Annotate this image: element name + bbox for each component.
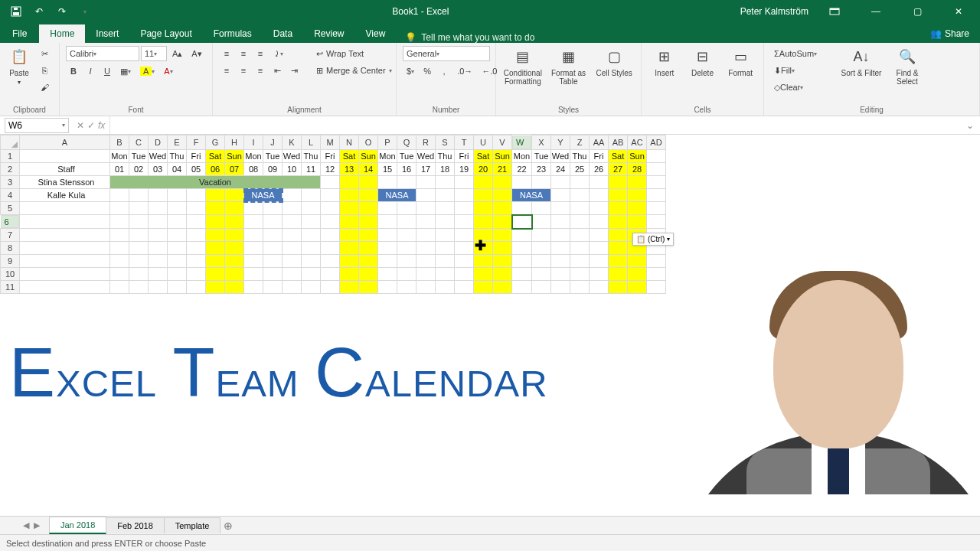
cell[interactable] <box>206 189 225 202</box>
cell[interactable] <box>359 229 378 242</box>
cell[interactable] <box>551 176 570 189</box>
cell[interactable] <box>283 229 302 242</box>
cell[interactable] <box>455 242 474 255</box>
column-header[interactable]: B <box>110 135 129 150</box>
cell[interactable]: 15 <box>378 163 397 176</box>
cell[interactable] <box>225 255 244 268</box>
sheet-nav-prev[interactable]: ◀ <box>23 520 29 530</box>
cell[interactable]: Staff <box>20 163 110 176</box>
row-header[interactable]: 10 <box>1 268 20 281</box>
cell[interactable]: Thu <box>436 150 455 163</box>
cell[interactable] <box>416 202 436 215</box>
cell[interactable]: Mon <box>244 150 263 163</box>
cell[interactable] <box>20 202 110 215</box>
cell[interactable]: Kalle Kula <box>20 189 110 202</box>
cell[interactable] <box>609 215 628 229</box>
cell[interactable] <box>359 268 378 281</box>
bold-button[interactable]: B <box>66 64 81 79</box>
column-header[interactable]: H <box>225 135 244 150</box>
cell[interactable] <box>397 242 416 255</box>
cell[interactable] <box>340 189 359 202</box>
new-sheet-button[interactable]: ⊕ <box>220 520 237 532</box>
cell[interactable]: Wed <box>149 150 168 163</box>
cell[interactable] <box>416 281 436 294</box>
cell[interactable] <box>129 202 149 215</box>
cell[interactable] <box>532 242 551 255</box>
cell[interactable] <box>628 281 647 294</box>
cell[interactable] <box>570 268 590 281</box>
column-header[interactable]: O <box>359 135 378 150</box>
decrease-indent-button[interactable]: ⇤ <box>270 63 285 78</box>
column-header[interactable]: G <box>206 135 225 150</box>
cell[interactable] <box>168 281 187 294</box>
cell[interactable]: 18 <box>436 163 455 176</box>
cell[interactable] <box>225 189 244 202</box>
cell[interactable] <box>416 229 436 242</box>
column-header[interactable]: R <box>416 135 436 150</box>
cell[interactable] <box>570 189 590 202</box>
cell[interactable] <box>455 202 474 215</box>
cell[interactable] <box>149 281 168 294</box>
cell[interactable] <box>455 281 474 294</box>
cell[interactable] <box>474 202 493 215</box>
cell[interactable] <box>436 255 455 268</box>
cell[interactable]: 07 <box>225 163 244 176</box>
cell[interactable] <box>263 242 283 255</box>
cell[interactable] <box>263 229 283 242</box>
cell[interactable] <box>551 255 570 268</box>
cell[interactable] <box>532 268 551 281</box>
cell[interactable] <box>416 176 436 189</box>
cell[interactable] <box>570 176 590 189</box>
cell[interactable] <box>168 242 187 255</box>
align-top-button[interactable]: ≡ <box>219 46 234 61</box>
cell[interactable] <box>590 281 609 294</box>
format-as-table-button[interactable]: ▦Format as Table <box>548 46 590 86</box>
cell[interactable] <box>340 176 359 189</box>
cell[interactable] <box>416 242 436 255</box>
cell[interactable] <box>609 202 628 215</box>
cell[interactable] <box>397 202 416 215</box>
cell[interactable] <box>283 215 302 229</box>
cell[interactable]: Sat <box>609 150 628 163</box>
cell[interactable] <box>20 255 110 268</box>
cell[interactable] <box>302 229 321 242</box>
column-header[interactable]: X <box>532 135 551 150</box>
cell[interactable]: 14 <box>359 163 378 176</box>
column-header[interactable]: I <box>244 135 263 150</box>
align-bottom-button[interactable]: ≡ <box>253 46 268 61</box>
cell[interactable] <box>493 281 512 294</box>
italic-button[interactable]: I <box>83 64 98 79</box>
autosum-button[interactable]: Σ AutoSum <box>770 46 836 61</box>
cell[interactable] <box>647 189 666 202</box>
wrap-text-button[interactable]: ↩ Wrap Text <box>312 46 386 61</box>
cell[interactable] <box>359 255 378 268</box>
cell[interactable]: Wed <box>283 150 302 163</box>
cell[interactable] <box>455 215 474 229</box>
cell[interactable] <box>455 229 474 242</box>
cell[interactable]: Fri <box>455 150 474 163</box>
tab-home[interactable]: Home <box>39 24 85 43</box>
conditional-formatting-button[interactable]: ▤Conditional Formatting <box>502 46 544 86</box>
cell[interactable] <box>244 202 263 215</box>
cell[interactable] <box>283 255 302 268</box>
cell-nasa[interactable]: NASA <box>244 189 283 202</box>
cell[interactable] <box>609 268 628 281</box>
column-header[interactable]: D <box>149 135 168 150</box>
row-header[interactable]: 9 <box>1 255 20 268</box>
cell[interactable] <box>340 202 359 215</box>
cancel-formula-icon[interactable]: ✕ <box>77 120 84 131</box>
percent-button[interactable]: % <box>420 64 435 79</box>
formula-input[interactable] <box>109 116 960 134</box>
cell[interactable] <box>474 242 493 255</box>
column-header[interactable]: T <box>455 135 474 150</box>
cell[interactable]: 19 <box>455 163 474 176</box>
cell[interactable] <box>168 268 187 281</box>
increase-decimal-button[interactable]: .0→ <box>453 64 476 79</box>
cell[interactable] <box>359 176 378 189</box>
cell[interactable] <box>493 215 512 229</box>
cell[interactable] <box>20 229 110 242</box>
cell[interactable] <box>551 242 570 255</box>
cell[interactable] <box>263 202 283 215</box>
close-button[interactable]: ✕ <box>943 6 974 17</box>
cell[interactable] <box>20 215 110 229</box>
